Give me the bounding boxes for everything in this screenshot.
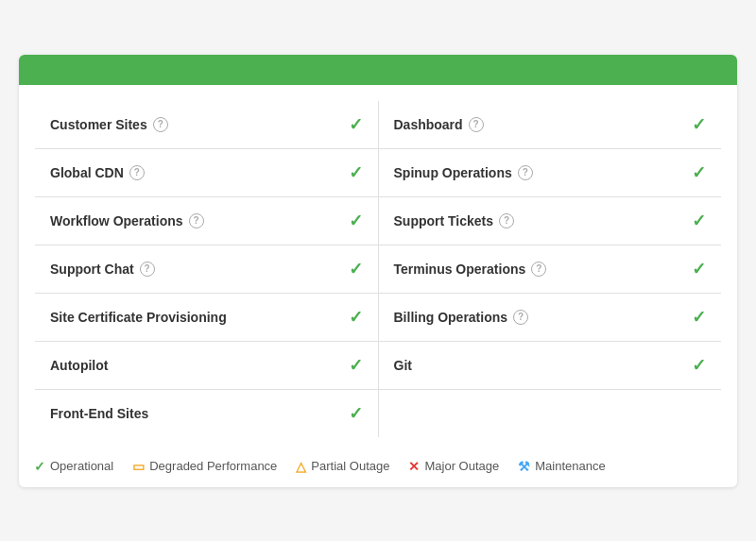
table-row: Workflow Operations?✓Support Tickets?✓ xyxy=(35,196,722,245)
operational-check-icon: ✓ xyxy=(349,307,363,328)
help-icon[interactable]: ? xyxy=(518,165,533,180)
table-cell-right-3: Terminus Operations?✓ xyxy=(378,245,722,293)
operational-check-icon: ✓ xyxy=(692,162,706,183)
operational-check-icon: ✓ xyxy=(692,114,706,135)
legend-icon-partial: △ xyxy=(296,459,306,474)
item-label: Front-End Sites xyxy=(50,406,148,421)
help-icon[interactable]: ? xyxy=(140,262,155,277)
operational-check-icon: ✓ xyxy=(349,355,363,376)
table-cell-left-0: Customer Sites?✓ xyxy=(35,100,379,148)
item-label: Support Chat xyxy=(50,262,134,277)
legend-icon-degraded: ▭ xyxy=(132,459,145,474)
legend-item-operational: ✓Operational xyxy=(34,459,113,474)
item-label: Autopilot xyxy=(50,358,108,373)
item-label: Spinup Operations xyxy=(394,165,512,180)
table-cell-left-5: Autopilot✓ xyxy=(35,341,379,389)
operational-check-icon: ✓ xyxy=(692,211,706,231)
table-cell-left-1: Global CDN?✓ xyxy=(35,148,379,196)
status-table: Customer Sites?✓Dashboard?✓Global CDN?✓S… xyxy=(34,100,722,438)
legend-icon-operational: ✓ xyxy=(34,459,45,474)
item-label: Workflow Operations xyxy=(50,213,183,228)
table-row: Global CDN?✓Spinup Operations?✓ xyxy=(35,148,722,196)
item-label: Site Certificate Provisioning xyxy=(50,310,227,325)
legend-label-maintenance: Maintenance xyxy=(535,459,605,473)
table-cell-right-1: Spinup Operations?✓ xyxy=(378,148,722,196)
table-row: Customer Sites?✓Dashboard?✓ xyxy=(35,100,722,148)
table-row: Site Certificate Provisioning✓Billing Op… xyxy=(35,293,722,341)
help-icon[interactable]: ? xyxy=(189,213,204,228)
operational-check-icon: ✓ xyxy=(349,211,363,231)
legend-item-maintenance: ⚒Maintenance xyxy=(518,459,605,474)
table-cell-left-6: Front-End Sites✓ xyxy=(35,389,379,437)
help-icon[interactable]: ? xyxy=(513,310,528,325)
operational-check-icon: ✓ xyxy=(349,259,363,279)
help-icon[interactable]: ? xyxy=(469,117,484,132)
legend-label-major: Major Outage xyxy=(424,459,499,473)
legend-label-partial: Partial Outage xyxy=(311,459,389,473)
table-cell-right-5: Git✓ xyxy=(378,341,722,389)
help-icon[interactable]: ? xyxy=(499,213,514,228)
operational-check-icon: ✓ xyxy=(692,307,706,328)
table-cell-right-2: Support Tickets?✓ xyxy=(378,196,722,245)
legend: ✓Operational▭Degraded Performance△Partia… xyxy=(19,446,737,487)
item-label: Global CDN xyxy=(50,165,124,180)
item-label: Support Tickets xyxy=(394,213,494,228)
operational-check-icon: ✓ xyxy=(349,403,363,424)
operational-check-icon: ✓ xyxy=(692,259,706,279)
legend-item-partial: △Partial Outage xyxy=(296,459,389,474)
item-label: Dashboard xyxy=(394,117,463,132)
help-icon[interactable]: ? xyxy=(153,117,168,132)
operational-check-icon: ✓ xyxy=(349,114,363,135)
table-row: Autopilot✓Git✓ xyxy=(35,341,722,389)
legend-icon-major: ✕ xyxy=(408,459,420,474)
table-cell-right-0: Dashboard?✓ xyxy=(378,100,722,148)
table-row: Front-End Sites✓ xyxy=(35,389,722,437)
legend-item-major: ✕Major Outage xyxy=(408,459,499,474)
operational-check-icon: ✓ xyxy=(349,162,363,183)
item-label: Billing Operations xyxy=(394,310,508,325)
table-row: Support Chat?✓Terminus Operations?✓ xyxy=(35,245,722,293)
item-label: Customer Sites xyxy=(50,117,147,132)
legend-label-operational: Operational xyxy=(50,459,113,473)
status-page: Customer Sites?✓Dashboard?✓Global CDN?✓S… xyxy=(19,55,737,487)
legend-item-degraded: ▭Degraded Performance xyxy=(132,459,277,474)
table-cell-left-2: Workflow Operations?✓ xyxy=(35,196,379,245)
legend-label-degraded: Degraded Performance xyxy=(149,459,277,473)
help-icon[interactable]: ? xyxy=(531,262,546,277)
table-wrapper: Customer Sites?✓Dashboard?✓Global CDN?✓S… xyxy=(19,85,737,446)
table-cell-left-4: Site Certificate Provisioning✓ xyxy=(35,293,379,341)
operational-check-icon: ✓ xyxy=(692,355,706,376)
legend-icon-maintenance: ⚒ xyxy=(518,459,530,474)
table-cell-left-3: Support Chat?✓ xyxy=(35,245,379,293)
item-label: Terminus Operations xyxy=(394,262,526,277)
header-banner xyxy=(19,55,737,85)
table-cell-right-6 xyxy=(378,389,722,437)
help-icon[interactable]: ? xyxy=(129,165,145,180)
table-cell-right-4: Billing Operations?✓ xyxy=(378,293,722,341)
item-label: Git xyxy=(394,358,412,373)
